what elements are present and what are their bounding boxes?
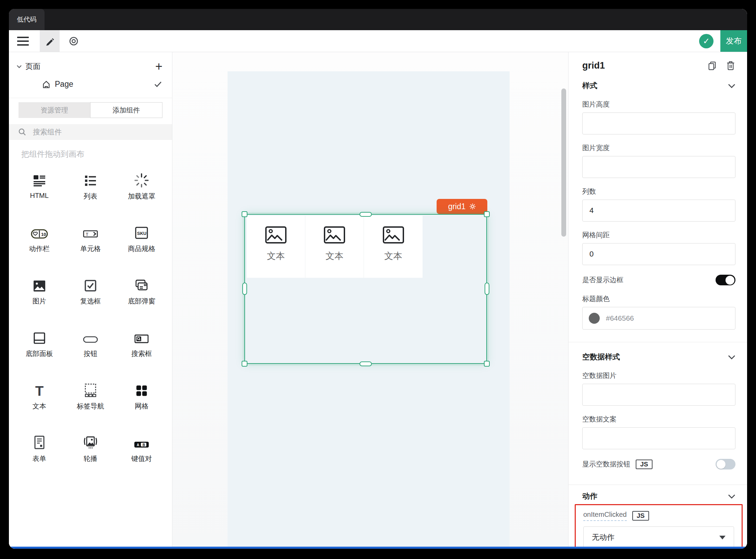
image-height-input[interactable] (582, 112, 735, 134)
component-label: 复选框 (80, 297, 101, 306)
grid-cell[interactable]: 文本 (247, 216, 305, 278)
edit-mode-button[interactable] (40, 30, 60, 52)
component-button[interactable]: 按钮 (82, 329, 99, 382)
action-select[interactable]: 无动作 (583, 526, 734, 548)
js-badge[interactable]: JS (632, 511, 649, 521)
empty-image-input[interactable] (582, 384, 735, 406)
caret-down-icon (719, 536, 725, 539)
selected-component-title: grid1 (582, 60, 605, 71)
key-value-icon: AB (133, 434, 150, 451)
canvas[interactable]: grid1 文本 (172, 52, 568, 549)
publish-button-label: 发布 (726, 36, 742, 46)
action-section-header[interactable]: 动作 (582, 491, 735, 501)
panel-scrollbar[interactable] (561, 88, 566, 237)
action-section-title: 动作 (582, 491, 597, 501)
show-empty-button-text: 显示空数据按钮 (582, 460, 630, 469)
grid-cell[interactable]: 文本 (364, 216, 423, 278)
resize-handle-middle-left[interactable] (242, 283, 247, 295)
style-section-header[interactable]: 样式 (582, 81, 735, 91)
resize-handle-top-left[interactable] (242, 211, 247, 217)
page-list-item[interactable]: Page (9, 73, 172, 95)
component-list[interactable]: 列表 (83, 172, 98, 224)
text-icon: T (33, 382, 46, 398)
resize-handle-top-right[interactable] (484, 211, 490, 217)
component-text[interactable]: T 文本 (33, 382, 46, 434)
component-label: HTML (30, 192, 48, 200)
empty-text-label: 空数据文案 (582, 415, 735, 424)
resize-handle-bottom-left[interactable] (242, 361, 247, 367)
grid-component[interactable]: 文本 文本 文本 (247, 216, 423, 278)
component-action-bar[interactable]: 10 动作栏 (29, 224, 50, 277)
saved-check-icon: ✓ (699, 34, 714, 48)
selected-check-icon (154, 81, 162, 87)
grid-gap-input[interactable] (582, 243, 735, 265)
search-icon (18, 128, 27, 136)
columns-label: 列数 (582, 187, 735, 196)
component-sku[interactable]: SKU 商品规格 (128, 224, 155, 277)
sku-icon: SKU (134, 224, 149, 241)
copy-icon[interactable] (707, 61, 717, 71)
component-cell[interactable]: T 单元格 (80, 224, 101, 277)
tab-add-components[interactable]: 添加组件 (90, 102, 162, 118)
component-label: 加载遮罩 (128, 192, 155, 201)
svg-text:10: 10 (41, 232, 46, 237)
document-tab[interactable]: 低代码 (9, 9, 45, 30)
component-label: 轮播 (84, 454, 97, 463)
component-tab-nav[interactable]: 标签导航 (77, 382, 104, 434)
component-label: 动作栏 (29, 244, 50, 253)
tab-resource-management[interactable]: 资源管理 (19, 102, 90, 118)
component-label: 图片 (33, 297, 46, 306)
component-label: 底部弹窗 (128, 297, 155, 306)
resize-handle-bottom-right[interactable] (484, 361, 490, 367)
component-key-value[interactable]: AB 键值对 (131, 434, 152, 487)
target-icon (68, 36, 79, 47)
svg-text:B: B (143, 443, 145, 447)
home-icon (42, 80, 51, 89)
resize-handle-bottom-center[interactable] (359, 361, 372, 366)
resize-handle-top-center[interactable] (359, 212, 372, 217)
component-loading-mask[interactable]: 加载遮罩 (128, 172, 155, 224)
panel-divider (569, 485, 747, 485)
publish-button[interactable]: 发布 (720, 30, 747, 52)
trash-icon[interactable] (726, 61, 735, 71)
pages-section-header[interactable]: 页面 + (9, 52, 172, 73)
resize-handle-middle-right[interactable] (485, 283, 489, 295)
selected-component-name: grid1 (448, 202, 465, 211)
show-empty-button-toggle[interactable] (716, 459, 735, 469)
menu-icon[interactable] (17, 37, 29, 46)
component-bottom-popup[interactable]: 底部弹窗 (128, 277, 155, 329)
empty-data-section-title: 空数据样式 (582, 352, 620, 362)
title-color-input[interactable]: #646566 (582, 307, 735, 330)
html-icon (32, 172, 47, 188)
component-grid[interactable]: 网格 (134, 382, 149, 434)
columns-input[interactable] (582, 200, 735, 222)
component-search-box[interactable]: 搜索框 (131, 329, 152, 382)
empty-text-input[interactable] (582, 427, 735, 449)
js-badge[interactable]: JS (636, 460, 653, 469)
search-input[interactable] (32, 128, 163, 136)
add-page-button[interactable]: + (155, 60, 162, 73)
button-icon (82, 329, 99, 346)
chevron-down-icon (728, 494, 735, 499)
tab-nav-icon (83, 382, 98, 398)
component-search-bar[interactable] (9, 124, 172, 140)
empty-data-section-header[interactable]: 空数据样式 (582, 352, 735, 362)
image-width-input[interactable] (582, 156, 735, 178)
event-name[interactable]: onItemClicked (583, 511, 627, 521)
toolbar-right: ✓ 发布 (699, 30, 747, 52)
color-swatch[interactable] (589, 313, 600, 324)
show-border-label: 是否显示边框 (582, 275, 623, 285)
component-carousel[interactable]: 轮播 (82, 434, 99, 487)
preview-mode-button[interactable] (64, 30, 84, 52)
component-checkbox[interactable]: 复选框 (80, 277, 101, 329)
show-border-toggle[interactable] (716, 275, 735, 285)
component-form[interactable]: 表单 (32, 434, 47, 487)
component-bottom-panel[interactable]: 底部面板 (26, 329, 53, 382)
component-label: 商品规格 (128, 244, 155, 253)
gear-icon[interactable] (469, 203, 476, 210)
component-image[interactable]: 图片 (32, 277, 47, 329)
grid-icon (134, 382, 149, 398)
grid-cell[interactable]: 文本 (305, 216, 364, 278)
component-html[interactable]: HTML (30, 172, 48, 224)
selected-component-badge[interactable]: grid1 (437, 199, 487, 214)
